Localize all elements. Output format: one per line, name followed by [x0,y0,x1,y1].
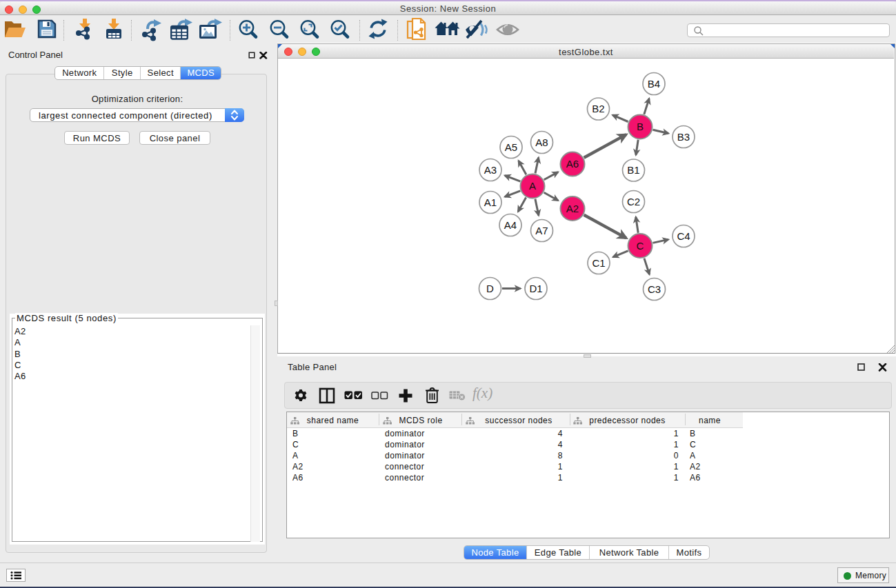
svg-text:B: B [636,121,643,132]
svg-text:A4: A4 [504,219,516,230]
svg-text:A6: A6 [566,158,578,170]
svg-text:D: D [486,282,494,294]
svg-text:A1: A1 [484,196,496,207]
svg-text:B3: B3 [677,130,689,142]
svg-text:A3: A3 [484,163,496,175]
svg-text:D1: D1 [529,282,542,294]
svg-text:C2: C2 [626,195,639,207]
svg-text:A2: A2 [566,202,578,214]
svg-text:A5: A5 [504,141,517,152]
svg-text:C4: C4 [677,230,690,241]
svg-text:B4: B4 [647,77,659,89]
svg-text:B2: B2 [592,103,604,114]
svg-text:A8: A8 [535,136,548,148]
svg-text:A7: A7 [535,224,548,236]
svg-text:C: C [636,239,644,251]
svg-text:C3: C3 [647,283,660,294]
svg-text:A: A [528,180,535,192]
svg-text:C1: C1 [592,256,605,268]
svg-text:B1: B1 [627,164,639,176]
